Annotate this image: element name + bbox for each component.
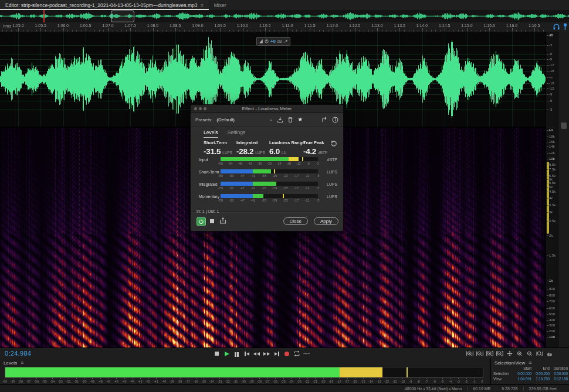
freq-scale-label: 5.5k xyxy=(549,181,556,185)
freq-scale-label: 4k xyxy=(549,196,553,200)
selection-view-panel: Selection/View ≡ Start End Duration Sele… xyxy=(490,359,569,384)
ruler-time-label: 1:13.0 xyxy=(371,23,382,28)
skip-to-start-button[interactable] xyxy=(242,349,251,358)
volume-fader-icon xyxy=(259,39,263,43)
fast-forward-button[interactable] xyxy=(262,349,271,358)
monitor-headphones-icon[interactable] xyxy=(553,23,560,30)
master-level-meter[interactable] xyxy=(5,367,483,378)
timeline-ruler[interactable]: hms 1:05.01:05.51:06.01:06.51:07.01:07.5… xyxy=(0,22,569,32)
row-view-label: View xyxy=(492,377,513,381)
meter-stop-button[interactable] xyxy=(210,219,214,223)
hand-scroll-button[interactable] xyxy=(546,349,554,358)
ruler-time-label: 1:07.0 xyxy=(102,23,113,28)
dialog-title-bar[interactable]: Effect - Loudness Meter xyxy=(191,105,343,113)
zoom-in-button[interactable] xyxy=(516,349,524,358)
preset-value: (Default) xyxy=(216,117,235,122)
col-start: Start xyxy=(513,366,531,370)
selection-duration[interactable]: 0:00.000 xyxy=(550,371,568,376)
db-scale-label: -9 xyxy=(549,57,552,61)
apply-button[interactable]: Apply xyxy=(314,217,338,225)
editor-tab-label: Editor: strip-silence-podcast_recording-… xyxy=(5,2,197,8)
ruler-time-label: 1:15.0 xyxy=(461,23,472,28)
levels-panel-menu-icon[interactable]: ≡ xyxy=(21,360,23,366)
effect-power-toggle[interactable] xyxy=(197,217,206,226)
stat-loudness-range: Loudness Range 6.0LU xyxy=(269,140,303,156)
peak-indicator xyxy=(407,367,408,377)
zoom-selection-button[interactable] xyxy=(536,349,544,358)
zoom-out-time-button[interactable] xyxy=(496,349,504,358)
loudness-meter-dialog[interactable]: Effect - Loudness Meter Presets: (Defaul… xyxy=(190,104,344,231)
info-icon[interactable] xyxy=(332,117,338,123)
selection-start[interactable]: 0:00.000 xyxy=(513,371,531,376)
vertical-scrollbar-thumb[interactable] xyxy=(561,122,567,129)
preset-dropdown[interactable]: (Default) ⌄ xyxy=(216,117,273,122)
tab-levels[interactable]: Levels xyxy=(204,129,218,138)
file-duration-status: 5:28.728 xyxy=(496,387,523,391)
levels-panel-title: Levels xyxy=(4,360,17,366)
view-duration[interactable]: 0:12.158 xyxy=(550,377,568,381)
status-bar: 48000 Hz • 32-bit (float) • Mono 60.19 M… xyxy=(0,384,569,392)
loop-button[interactable] xyxy=(292,349,301,358)
pin-hud-icon[interactable] xyxy=(284,38,287,45)
zoom-out-amplitude-button[interactable] xyxy=(476,349,484,358)
close-button[interactable]: Close xyxy=(283,217,308,225)
freq-scale-label: 700 xyxy=(549,299,555,303)
gain-knob-icon[interactable] xyxy=(265,38,269,45)
zoom-out-button[interactable] xyxy=(526,349,534,358)
col-duration: Duration xyxy=(550,366,568,370)
playhead-pin-icon[interactable] xyxy=(563,23,568,30)
vertical-scales: dB-3-6-9-12-18-∞-18-12-9-6-3 Hz18k16k14k… xyxy=(546,32,558,347)
freq-scale-label: 10k xyxy=(549,157,555,161)
export-log-icon[interactable] xyxy=(219,217,226,226)
overview-playhead[interactable] xyxy=(43,10,45,22)
meter-row-integrated: Integrated-59-53-47-41-35-29-23-17-11-5L… xyxy=(191,180,343,192)
freq-scale-label: 300 xyxy=(549,323,555,327)
favorite-star-icon[interactable]: ★ xyxy=(297,117,303,122)
ruler-time-label: 1:11.5 xyxy=(304,23,316,28)
freq-scale-label: 800 xyxy=(549,294,555,297)
level-meter-ticks xyxy=(5,378,482,379)
zoom-in-time-button[interactable] xyxy=(486,349,494,358)
play-button[interactable] xyxy=(222,349,231,358)
zoom-reset-button[interactable] xyxy=(506,349,514,358)
view-end[interactable]: 1:16.750 xyxy=(531,377,550,381)
ruler-time-label: 1:06.5 xyxy=(80,23,91,28)
rewind-button[interactable] xyxy=(252,349,261,358)
freq-scale-label: 8.5k xyxy=(549,163,556,166)
overview-waveform xyxy=(0,10,569,22)
selection-view-menu-icon[interactable]: ≡ xyxy=(529,360,531,366)
ruler-time-label: 1:15.5 xyxy=(484,23,495,28)
overview-view-selector[interactable] xyxy=(111,11,134,22)
record-button[interactable] xyxy=(282,349,291,358)
delete-preset-icon[interactable] xyxy=(287,117,293,123)
stop-button[interactable] xyxy=(212,349,221,358)
vertical-scrollbar[interactable] xyxy=(558,32,569,347)
freq-scale-label: 18k xyxy=(549,135,555,138)
freq-scale-label: 1k xyxy=(549,279,553,282)
dialog-title: Effect - Loudness Meter xyxy=(191,106,343,111)
freq-scale-label: 400 xyxy=(549,318,555,322)
zoom-in-amplitude-button[interactable] xyxy=(466,349,474,358)
freq-scale-label: 12k xyxy=(549,151,555,155)
skip-to-end-button[interactable] xyxy=(272,349,281,358)
freq-scale-label: Hz xyxy=(549,128,553,132)
tab-mixer[interactable]: Mixer xyxy=(209,0,232,10)
ruler-time-label: 1:08.5 xyxy=(170,23,181,28)
stat-integrated: Integrated -28.2LUFS xyxy=(236,140,269,156)
freq-scale-label: 16k xyxy=(549,140,555,144)
routing-icon[interactable] xyxy=(321,117,328,123)
skip-cursor-button[interactable] xyxy=(302,349,311,358)
audition-window: Editor: strip-silence-podcast_recording-… xyxy=(0,0,569,392)
ruler-time-label: 1:11.0 xyxy=(282,23,293,28)
reset-meter-icon[interactable] xyxy=(330,140,337,148)
overview-strip[interactable] xyxy=(0,10,569,23)
panel-menu-icon[interactable]: ≡ xyxy=(200,2,203,8)
view-start[interactable]: 1:04.591 xyxy=(513,377,531,381)
col-end: End xyxy=(531,366,550,370)
selection-end[interactable]: 0:00.000 xyxy=(531,371,550,376)
save-preset-icon[interactable] xyxy=(277,117,283,123)
volume-hud[interactable]: +0 dB xyxy=(256,37,290,46)
pause-button[interactable] xyxy=(232,349,241,358)
tab-editor[interactable]: Editor: strip-silence-podcast_recording-… xyxy=(0,0,209,10)
tab-settings[interactable]: Settings xyxy=(228,129,246,138)
